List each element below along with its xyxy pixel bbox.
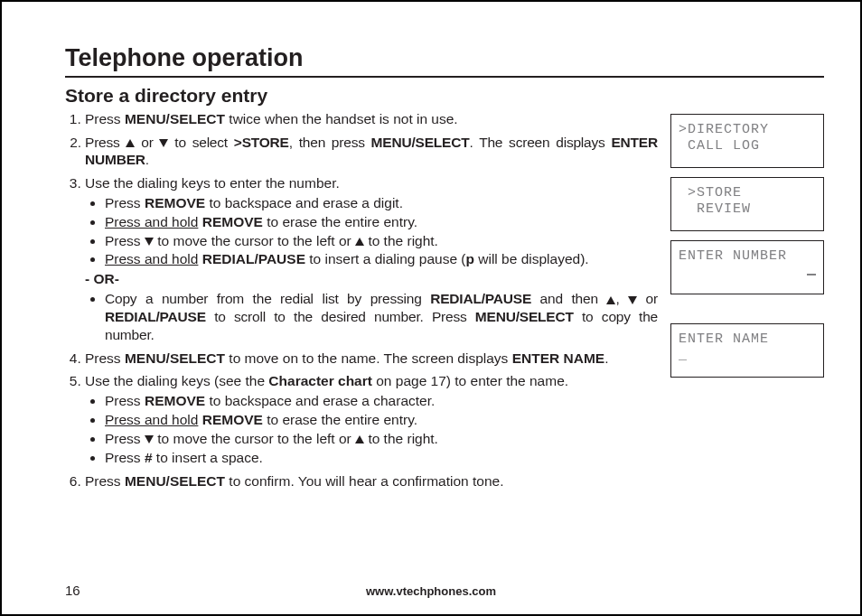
bullet: Press to move the cursor to the left or … <box>105 430 658 448</box>
text: twice when the handset is not in use. <box>225 111 458 126</box>
text: Press <box>105 195 145 210</box>
text: Press <box>85 135 126 150</box>
step-3-or-bullets: Copy a number from the redial list by pr… <box>85 290 658 343</box>
text: Use the dialing keys (see the <box>85 373 268 388</box>
step-5: Use the dialing keys (see the Character … <box>85 372 658 466</box>
text: to backspace and erase a character. <box>205 393 435 408</box>
lcd-preview-column: >DIRECTORY CALL LOG >STORE REVIEW ENTER … <box>670 110 824 378</box>
text: to erase the entire entry. <box>263 214 417 229</box>
footer-url: www.vtechphones.com <box>2 584 860 598</box>
text: . The screen displays <box>470 135 612 150</box>
menu-store: >STORE <box>234 135 289 150</box>
key-menu-select: MENU/SELECT <box>371 135 470 150</box>
bullet: Press and hold REMOVE to erase the entir… <box>105 411 658 429</box>
key-menu-select: MENU/SELECT <box>125 350 225 366</box>
text: to backspace and erase a digit. <box>205 195 403 210</box>
up-arrow-icon <box>355 238 364 246</box>
lcd-screen-enter-number: ENTER NUMBER <box>670 240 824 294</box>
key-hash: # <box>145 450 153 465</box>
step-3-bullets: Press REMOVE to backspace and erase a di… <box>85 194 658 268</box>
bullet: Press and hold REDIAL/PAUSE to insert a … <box>105 250 658 268</box>
step-3: Use the dialing keys to enter the number… <box>85 174 658 343</box>
key-remove: REMOVE <box>202 412 263 427</box>
text: to insert a space. <box>153 450 263 465</box>
text: to insert a dialing pause ( <box>305 251 466 266</box>
text: Press <box>85 473 125 489</box>
bullet: Press to move the cursor to the left or … <box>105 232 658 250</box>
up-arrow-icon <box>606 296 615 304</box>
key-remove: REMOVE <box>145 393 205 408</box>
text: to the right. <box>364 233 438 248</box>
key-redial-pause: REDIAL/PAUSE <box>202 251 305 266</box>
lcd-screen-directory: >DIRECTORY CALL LOG <box>670 114 824 168</box>
cursor-icon <box>807 274 816 275</box>
text-underline: Press and hold <box>105 412 198 427</box>
step-2: Press or to select >STORE, then press ME… <box>85 134 658 170</box>
step-6: Press MENU/SELECT to confirm. You will h… <box>85 472 658 490</box>
title-rule <box>65 76 824 78</box>
key-remove: REMOVE <box>145 195 205 210</box>
bullet: Press REMOVE to backspace and erase a di… <box>105 194 658 212</box>
text: . <box>604 350 608 366</box>
text: to erase the entire entry. <box>263 412 417 427</box>
text: to confirm. You will hear a confirmation… <box>225 473 503 489</box>
text: Press <box>85 350 125 366</box>
section-heading: Store a directory entry <box>65 85 824 107</box>
key-menu-select: MENU/SELECT <box>125 473 225 489</box>
up-arrow-icon <box>126 139 135 147</box>
bullet: Press # to insert a space. <box>105 449 658 467</box>
text: Press <box>105 450 145 465</box>
text: to move on to the name. The screen displ… <box>225 350 512 366</box>
text: Press <box>105 233 145 248</box>
text: , then press <box>289 135 371 150</box>
text: or <box>135 135 159 150</box>
step-5-bullets: Press REMOVE to backspace and erase a ch… <box>85 392 658 466</box>
or-divider: - OR- <box>85 270 658 288</box>
text: Press <box>85 111 125 126</box>
bullet: Copy a number from the redial list by pr… <box>105 290 658 343</box>
text: to move the cursor to the left or <box>154 431 355 446</box>
up-arrow-icon <box>355 435 364 443</box>
bullet: Press REMOVE to backspace and erase a ch… <box>105 392 658 410</box>
text: on page 17) to enter the name. <box>372 373 568 388</box>
screen-enter-name: ENTER NAME <box>512 350 604 366</box>
lcd-text: ENTER NUMBER <box>679 248 787 264</box>
text: Use the dialing keys to enter the number… <box>85 175 340 191</box>
lcd-screen-enter-name: ENTER NAME _ <box>670 323 824 378</box>
text: Press <box>105 431 145 446</box>
key-remove: REMOVE <box>202 214 263 229</box>
down-arrow-icon <box>159 139 168 147</box>
instruction-body: Press MENU/SELECT twice when the handset… <box>65 110 658 496</box>
text: to move the cursor to the left or <box>154 233 355 248</box>
text: Press <box>105 393 145 408</box>
text: to select <box>168 135 233 150</box>
text: and then <box>531 291 606 306</box>
lcd-screen-store: >STORE REVIEW <box>670 177 824 231</box>
text: . <box>145 152 149 167</box>
text-underline: Press and hold <box>105 251 198 266</box>
key-menu-select: MENU/SELECT <box>125 111 225 126</box>
key-menu-select: MENU/SELECT <box>475 309 574 324</box>
key-redial-pause: REDIAL/PAUSE <box>105 309 206 324</box>
text: or <box>637 291 658 306</box>
text: , <box>615 291 628 306</box>
text: to scroll to the desired number. Press <box>206 309 475 324</box>
step-1: Press MENU/SELECT twice when the handset… <box>85 110 658 128</box>
step-4: Press MENU/SELECT to move on to the name… <box>85 350 658 368</box>
text: to the right. <box>364 431 438 446</box>
text: will be displayed). <box>474 251 589 266</box>
down-arrow-icon <box>628 296 637 304</box>
display-p: p <box>465 251 473 266</box>
down-arrow-icon <box>145 435 154 443</box>
page-title: Telephone operation <box>65 45 824 72</box>
ref-character-chart: Character chart <box>268 373 372 388</box>
key-redial-pause: REDIAL/PAUSE <box>430 291 531 306</box>
down-arrow-icon <box>145 238 154 246</box>
text: Copy a number from the redial list by pr… <box>105 291 430 306</box>
text-underline: Press and hold <box>105 214 198 229</box>
bullet: Press and hold REMOVE to erase the entir… <box>105 213 658 231</box>
step-list: Press MENU/SELECT twice when the handset… <box>65 110 658 490</box>
